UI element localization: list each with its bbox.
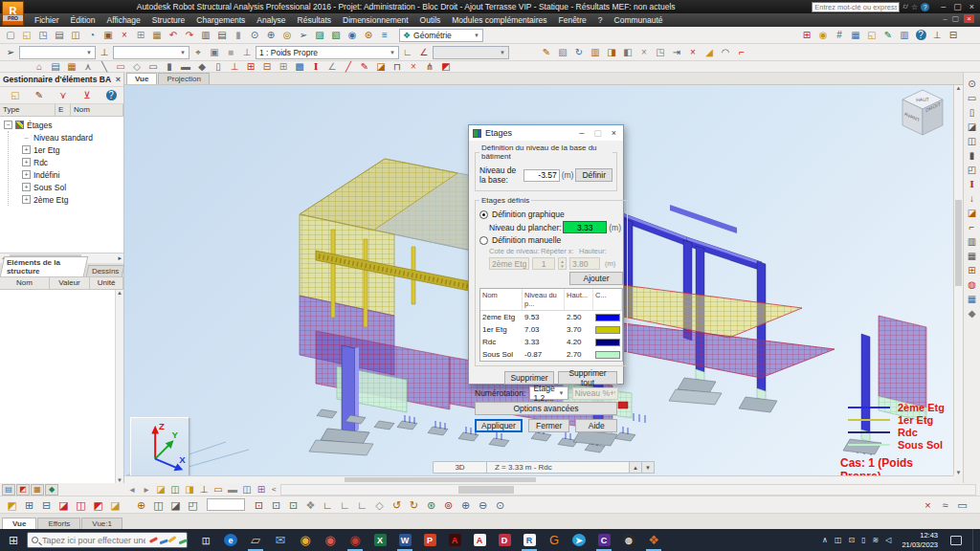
axo-z-icon[interactable]: ∟ [354, 497, 370, 513]
expand-icon[interactable]: + [22, 195, 31, 204]
tab-flag-icon[interactable]: ◩ [16, 484, 30, 496]
task-view-icon[interactable]: ◫ [193, 529, 218, 551]
telegram-icon[interactable]: ➤ [567, 529, 591, 551]
floor-row[interactable]: 2ème Etg 9.53 2.50 [480, 311, 622, 323]
doc-minimize-icon[interactable]: – [943, 14, 947, 23]
column-tool-icon[interactable]: ▮ [965, 148, 980, 163]
cladding-icon[interactable]: ⊞ [276, 61, 291, 72]
display-local-icon[interactable]: ⊞ [255, 484, 268, 496]
start-button[interactable]: ⊞ [0, 534, 27, 547]
display-mesh-icon[interactable]: ◫ [168, 484, 182, 496]
beam-icon[interactable]: ▬ [178, 61, 193, 72]
building-icon[interactable]: ▦ [64, 61, 79, 72]
viewport-horizontal-scrollbar[interactable] [124, 475, 953, 483]
node-selection-combo[interactable]: ▼ [19, 46, 96, 59]
tab-table-icon[interactable]: ▦ [31, 484, 44, 496]
column-icon[interactable]: ▮ [162, 61, 177, 72]
base-level-input[interactable] [523, 169, 560, 182]
collapse-toolbar-icon[interactable]: < [272, 485, 277, 494]
numbering-pattern-input[interactable] [572, 387, 618, 400]
hatch-1-icon[interactable]: ◩ [90, 497, 106, 513]
mail-icon[interactable]: ✉ [268, 529, 293, 551]
grid-steps-icon[interactable]: ⊞ [21, 497, 37, 513]
display-supports-icon[interactable]: ⊥ [197, 484, 211, 496]
hatch-2-icon[interactable]: ◪ [107, 497, 123, 513]
panel-icon[interactable]: ⊞ [243, 61, 258, 72]
zoom-icon[interactable]: ⊙ [247, 29, 262, 42]
support-tool-icon[interactable]: ↓ [965, 191, 980, 206]
radio-unselected-icon[interactable] [479, 236, 488, 245]
display-section-icon[interactable]: ▭ [212, 484, 225, 496]
flag2-icon[interactable]: ▭ [954, 497, 970, 513]
print-icon[interactable]: ▤ [52, 29, 67, 42]
panel-tab[interactable]: Eléments de la structure [0, 256, 88, 276]
section-icon[interactable]: # [832, 29, 847, 42]
close-button[interactable]: × [969, 1, 974, 12]
menu-item[interactable]: Résultats [292, 13, 337, 27]
help-icon[interactable]: ? [913, 29, 928, 42]
display-shade-icon[interactable]: ◪ [154, 484, 167, 496]
viewport-vertical-scrollbar[interactable]: ▲▼ [953, 85, 963, 475]
rotate-3d-icon[interactable]: ↻ [571, 46, 587, 59]
tree-item[interactable]: + 1er Etg [22, 143, 123, 156]
community-icon[interactable]: ◉ [345, 29, 360, 42]
dialog-minimize-icon[interactable]: – [576, 128, 587, 138]
edit-icon[interactable]: ✎ [32, 89, 47, 102]
notification-center-icon[interactable] [950, 536, 962, 545]
view-cube[interactable]: HAUT AVANT DROIT [898, 87, 947, 141]
floor-icon[interactable]: ⊟ [259, 61, 275, 72]
level-down-icon[interactable]: ▼ [642, 461, 655, 474]
align-icon[interactable]: ⇥ [669, 46, 684, 59]
tree-item[interactable]: + Indéfini [22, 168, 123, 181]
dialog-maximize-icon[interactable]: ▢ [590, 128, 605, 138]
grid-wall-icon[interactable]: ▥ [965, 234, 980, 249]
corner-icon[interactable]: ◳ [653, 46, 668, 59]
doc-close-icon[interactable]: × [964, 14, 974, 23]
pair-2-icon[interactable]: ◪ [167, 497, 184, 513]
view-mode-button[interactable]: 3D [433, 461, 486, 474]
tree-root-etages[interactable]: − Étages [4, 119, 123, 131]
filter-icon[interactable]: ⋎ [56, 89, 71, 102]
measure-icon[interactable]: ⌐ [734, 46, 749, 59]
tables-icon[interactable]: ▥ [198, 29, 213, 42]
grid-def-icon[interactable]: ▤ [48, 61, 63, 72]
expand-icon[interactable]: – [22, 133, 31, 142]
tray-network-icon[interactable]: ≋ [873, 536, 880, 544]
tab-layers-icon[interactable]: ◆ [45, 484, 58, 496]
selection-icon[interactable]: ▨ [312, 29, 327, 42]
menu-item[interactable]: Chargements [190, 13, 251, 27]
delete-all-button[interactable]: Supprimer tout [558, 371, 617, 385]
file-explorer-icon[interactable]: ▱ [243, 529, 268, 551]
box-tool-icon[interactable]: ◰ [965, 163, 980, 177]
advanced-options-button[interactable]: Options avancées [475, 402, 617, 415]
combinations-icon[interactable]: ◉ [815, 29, 831, 42]
level-up-icon[interactable]: ▲ [630, 461, 642, 474]
slab-tool-icon[interactable]: ▭ [965, 91, 980, 105]
guitar-pro-icon[interactable]: G [542, 529, 567, 551]
view-3d-icon[interactable]: ❖ [302, 497, 319, 513]
tray-volume-icon[interactable]: ◁ [885, 536, 891, 544]
angle-icon[interactable]: ∠ [324, 61, 340, 72]
pencil-icon[interactable]: ✎ [357, 61, 372, 72]
chrome-beta-icon[interactable]: ◉ [318, 529, 343, 551]
acrobat-icon[interactable]: A [442, 529, 467, 551]
polygon-r-icon[interactable]: ◍ [965, 277, 980, 292]
tray-app-icon[interactable]: ◫ [835, 536, 842, 544]
support-icon[interactable]: ⊥ [227, 61, 242, 72]
restore-button[interactable]: ▢ [953, 1, 962, 12]
define-button[interactable]: Définir [575, 168, 612, 182]
fly-mode-icon[interactable]: ➢ [296, 29, 311, 42]
menu-item[interactable]: Structure [146, 13, 191, 27]
slab-icon[interactable]: ◆ [194, 61, 210, 72]
floor-row[interactable]: Sous Sol -0.87 2.70 [480, 348, 622, 361]
copy-object-icon[interactable]: ◪ [965, 206, 980, 220]
storey-name-input[interactable] [489, 257, 529, 270]
reinforcement-icon[interactable]: ⊞ [965, 263, 980, 277]
powerpoint-icon[interactable]: P [417, 529, 442, 551]
expand-icon[interactable]: + [22, 145, 31, 154]
tray-display-icon[interactable]: ⊡ [848, 536, 855, 544]
expand-icon[interactable]: + [22, 183, 31, 191]
axes-cross-icon[interactable]: × [685, 46, 701, 59]
inspect-icon[interactable]: ◔ [84, 29, 100, 42]
help-button[interactable]: Aide [575, 419, 617, 432]
